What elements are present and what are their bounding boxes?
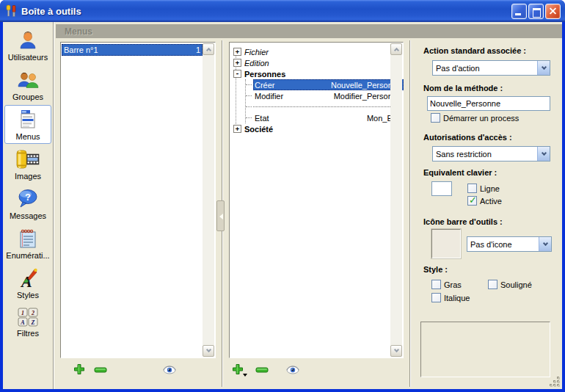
question-bubble-icon: ? — [17, 188, 39, 210]
ligne-checkbox[interactable]: Ligne — [467, 184, 500, 193]
tools-icon — [4, 4, 18, 18]
scroll-up-icon[interactable] — [203, 43, 214, 55]
tree-item-label: Fichier — [244, 48, 269, 57]
access-value: Sans restriction — [433, 150, 537, 159]
sidebar-item-label: Filtres — [17, 329, 39, 338]
italique-label: Italique — [444, 294, 470, 302]
bars-list-panel: Barre n°1 1 — [60, 42, 216, 358]
menu-tree-panel: + Fichier + Edition - Personnes Créer No… — [229, 42, 404, 358]
preview-bar-eye-icon[interactable] — [163, 365, 176, 375]
sidebar-item-label: Enumérati... — [6, 251, 49, 260]
minimize-button[interactable] — [511, 4, 527, 19]
sidebar-item-groupes[interactable]: Groupes — [4, 65, 51, 104]
sidebar-item-messages[interactable]: ? Messages — [4, 184, 51, 223]
sidebar-item-label: Messages — [10, 211, 46, 220]
sidebar-item-filtres[interactable]: 1 2 A Z Filtres — [4, 303, 51, 341]
menu-tree[interactable]: + Fichier + Edition - Personnes Créer No… — [230, 44, 404, 134]
properties-divider — [409, 40, 411, 387]
bars-scrollbar[interactable] — [203, 43, 214, 357]
checkbox-icon[interactable] — [488, 280, 497, 289]
expand-icon[interactable]: + — [233, 125, 241, 133]
action-label: Action standard associée : — [423, 46, 526, 55]
action-value: Pas d'action — [433, 64, 537, 73]
add-menu-entry-icon[interactable] — [232, 363, 244, 375]
list-item-barre1[interactable]: Barre n°1 1 — [62, 44, 203, 56]
shortcut-label: Equivalent clavier : — [423, 168, 497, 177]
tree-item-label: Edition — [244, 59, 269, 68]
collapse-icon[interactable]: - — [233, 70, 241, 78]
tree-item-etat[interactable]: Etat Mon_Etat — [246, 112, 404, 123]
checkbox-icon[interactable] — [431, 113, 440, 123]
souligne-label: Souligné — [500, 280, 532, 289]
window-title: Boîte à outils — [21, 6, 81, 17]
checkbox-icon[interactable] — [431, 280, 441, 289]
sidebar-item-label: Groupes — [12, 92, 43, 101]
method-label: Nom de la méthode : — [423, 84, 503, 92]
add-menu-dropdown-icon[interactable] — [243, 374, 247, 377]
maximize-button[interactable] — [528, 4, 544, 19]
shortcut-key-input[interactable] — [431, 181, 452, 196]
users-icon — [16, 69, 40, 91]
method-input[interactable] — [427, 96, 550, 111]
checkbox-icon[interactable] — [431, 293, 441, 302]
scroll-down-icon[interactable] — [203, 345, 214, 357]
menu-entry-label: Créer — [255, 81, 275, 90]
sidebar-item-menus[interactable]: Menus — [4, 105, 51, 144]
menu-entry-label: Etat — [255, 114, 269, 123]
scroll-down-icon[interactable] — [390, 345, 402, 357]
sidebar-item-images[interactable]: Images — [4, 145, 51, 184]
remove-menu-entry-icon[interactable] — [255, 367, 269, 373]
sidebar-item-enumerations[interactable]: Enumérati... — [4, 224, 51, 263]
preview-menu-eye-icon[interactable] — [286, 365, 299, 375]
close-button[interactable] — [545, 4, 561, 19]
chevron-down-icon[interactable] — [537, 61, 550, 75]
svg-text:1: 1 — [21, 310, 24, 316]
souligne-checkbox[interactable]: Souligné — [488, 280, 532, 289]
bar-label: Barre n°1 — [64, 46, 98, 54]
menu-preview-box — [420, 322, 550, 377]
style-label: Style : — [423, 265, 448, 274]
gras-label: Gras — [444, 280, 462, 289]
tree-item-personnes[interactable]: - Personnes — [232, 68, 404, 79]
tree-item-edition[interactable]: + Edition — [232, 57, 404, 68]
active-checkbox[interactable]: ✓ Active — [467, 196, 502, 206]
tree-item-separator[interactable] — [246, 101, 404, 112]
remove-bar-icon[interactable] — [94, 367, 107, 373]
titlebar[interactable]: Boîte à outils — [0, 0, 565, 22]
tree-children: Créer Nouvelle_Personne Modifier Modifie… — [245, 79, 404, 123]
sidebar-item-label: Utilisateurs — [8, 53, 48, 62]
icon-preview-box[interactable] — [431, 229, 461, 258]
section-header: Menus — [56, 24, 562, 38]
checkbox-checked-icon[interactable]: ✓ — [467, 196, 477, 206]
bar-number: 1 — [196, 46, 200, 54]
access-select[interactable]: Sans restriction — [432, 146, 550, 161]
tree-item-modifier[interactable]: Modifier Modifier_Personne — [246, 90, 404, 101]
svg-text:Z: Z — [31, 319, 35, 326]
italique-checkbox[interactable]: Italique — [431, 293, 470, 302]
resize-grip[interactable] — [550, 377, 560, 387]
section-title: Menus — [65, 26, 92, 37]
action-select[interactable]: Pas d'action — [432, 60, 550, 76]
chevron-down-icon[interactable] — [539, 237, 551, 251]
chevron-down-icon[interactable] — [537, 147, 550, 161]
process-label: Démarrer un process — [443, 114, 519, 123]
gras-checkbox[interactable]: Gras — [431, 280, 462, 289]
splitter-handle[interactable] — [216, 200, 225, 231]
menu-widget-icon — [16, 109, 40, 131]
add-bar-icon[interactable] — [73, 363, 85, 375]
sidebar-item-label: Styles — [17, 291, 39, 300]
expand-icon[interactable]: + — [233, 59, 241, 67]
tree-item-societe[interactable]: + Société — [232, 123, 404, 134]
process-checkbox[interactable]: Démarrer un process — [431, 113, 519, 123]
tree-item-fichier[interactable]: + Fichier — [232, 46, 404, 57]
sidebar-item-styles[interactable]: A Styles — [4, 264, 51, 302]
active-label: Active — [480, 197, 502, 206]
bars-list[interactable]: Barre n°1 1 — [62, 44, 203, 356]
expand-icon[interactable]: + — [233, 48, 241, 56]
checkbox-icon[interactable] — [467, 184, 477, 193]
sidebar-item-utilisateurs[interactable]: Utilisateurs — [4, 26, 51, 65]
icon-select[interactable]: Pas d'icone — [467, 236, 552, 252]
tree-scrollbar[interactable] — [390, 43, 402, 357]
sidebar-item-label: Menus — [15, 132, 40, 141]
tree-item-creer[interactable]: Créer Nouvelle_Personne — [246, 79, 404, 90]
